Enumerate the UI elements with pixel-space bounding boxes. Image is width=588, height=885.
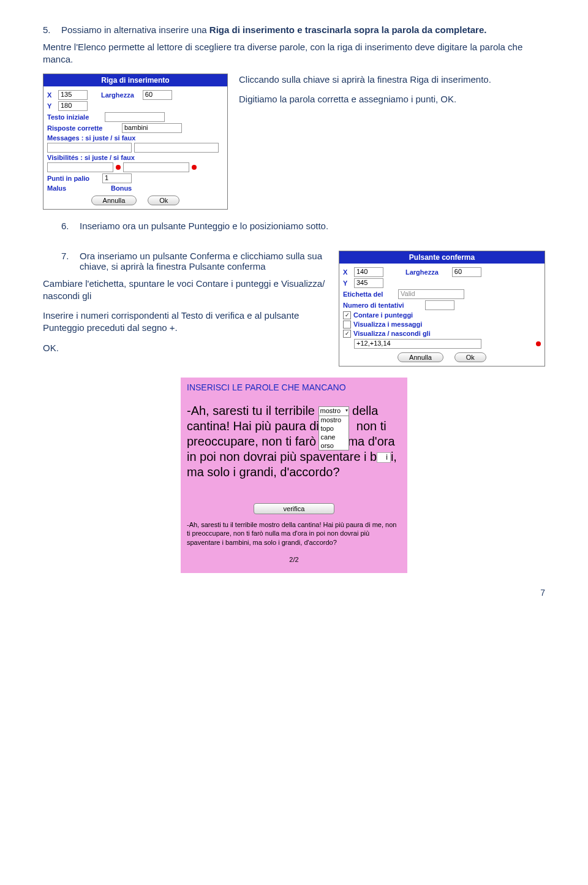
numero-input[interactable] <box>425 300 454 310</box>
malus-label: Malus <box>47 184 108 192</box>
etichetta-input[interactable]: Valid <box>398 289 464 299</box>
messages-label: Messages : si juste / si faux <box>47 134 135 142</box>
y-input[interactable]: 180 <box>58 101 88 111</box>
vis-faux-input[interactable] <box>123 162 189 172</box>
chevron-down-icon: ▾ <box>345 408 348 414</box>
contare-label: Contare i punteggi <box>353 311 413 319</box>
dialog-riga-inserimento: Riga di inserimento X 135 Larghezza 60 Y… <box>43 74 228 210</box>
exercise-panel: INSERISCI LE PAROLE CHE MANCANO -Ah, sar… <box>181 378 407 574</box>
combo-mostro[interactable]: mostro▾ mostro topo cane orso <box>318 406 349 416</box>
red-dot-icon <box>536 341 541 346</box>
y-label: Y <box>343 279 352 287</box>
punti-input[interactable]: 1 <box>102 173 132 183</box>
etichetta-label: Etichetta del <box>343 291 396 298</box>
verifica-button[interactable]: verifica <box>254 503 334 514</box>
vis-juste-input[interactable] <box>47 162 113 172</box>
exercise-text: -Ah, saresti tu il terribile mostro▾ mos… <box>187 403 401 480</box>
numero-label: Numero di tentativi <box>343 302 423 309</box>
ids-input[interactable]: +12,+13,14 <box>354 339 481 349</box>
fill-box[interactable]: i <box>377 452 391 463</box>
combo-option[interactable]: cane <box>319 433 349 442</box>
list-item-6: 6. Inseriamo ora un pulsante Punteggio e… <box>61 221 545 231</box>
visibilites-label: Visibilités : si juste / si faux <box>47 154 135 161</box>
checkbox-visualizza-nascondi[interactable]: ✓ <box>343 330 351 338</box>
y-label: Y <box>47 102 56 110</box>
page-number: 7 <box>43 588 545 598</box>
paragraph: Cambiare l'etichetta, spuntare le voci C… <box>43 278 328 303</box>
combo-option[interactable]: orso <box>319 442 349 450</box>
paragraph: Digitiamo la parola corretta e assegniam… <box>239 93 545 105</box>
checkbox-contare[interactable]: ✓ <box>343 311 351 319</box>
red-dot-icon <box>116 165 121 170</box>
list-item-5: 5. Possiamo in alternativa inserire una … <box>43 25 545 35</box>
larghezza-input[interactable]: 60 <box>143 90 172 100</box>
list-body: Inseriamo ora un pulsante Punteggio e lo… <box>80 221 545 231</box>
x-input[interactable]: 140 <box>354 267 383 277</box>
paragraph: Inserire i numeri corrispondenti al Test… <box>43 310 328 335</box>
combo-dropdown[interactable]: mostro topo cane orso <box>318 416 349 450</box>
ok-button[interactable]: Ok <box>148 196 179 205</box>
bonus-label: Bonus <box>111 184 132 192</box>
paragraph: OK. <box>43 342 328 354</box>
dialog-title: Pulsante conferma <box>339 251 545 264</box>
punti-label: Punti in palio <box>47 175 100 182</box>
testo-iniziale-label: Testo iniziale <box>47 113 102 121</box>
msg-faux-input[interactable] <box>134 143 219 153</box>
combo-option[interactable]: topo <box>319 425 349 433</box>
dialog-title: Riga di inserimento <box>43 74 227 86</box>
list-number: 6. <box>61 221 80 231</box>
pager: 2/2 <box>187 556 401 563</box>
visualizza-msg-label: Visualizza i messaggi <box>353 321 422 328</box>
msg-juste-input[interactable] <box>47 143 132 153</box>
text: Possiamo in alternativa inserire una <box>61 25 209 35</box>
list-number: 5. <box>43 25 61 35</box>
dialog-pulsante-conferma: Pulsante conferma X 140 Larghezza 60 Y 3… <box>339 251 545 367</box>
list-body: Possiamo in alternativa inserire una Rig… <box>61 25 545 35</box>
annulla-button[interactable]: Annulla <box>91 196 137 205</box>
combo-option[interactable]: mostro <box>319 416 349 425</box>
list-body: Ora inseriamo un pulsante Conferma e cli… <box>80 251 328 272</box>
paragraph: Cliccando sulla chiave si aprirà la fine… <box>239 74 545 86</box>
text: -Ah, saresti tu il terribile <box>187 404 318 417</box>
x-input[interactable]: 135 <box>58 90 88 100</box>
risposte-label: Risposte corrette <box>47 124 119 132</box>
testo-iniziale-input[interactable] <box>105 112 165 122</box>
exercise-answer: -Ah, saresti tu il terribile mostro dell… <box>187 520 401 548</box>
checkbox-visualizza-msg[interactable] <box>343 321 351 329</box>
annulla-button[interactable]: Annulla <box>398 352 443 362</box>
paragraph: Mentre l'Elenco permette al lettore di s… <box>43 41 545 66</box>
exercise-header: INSERISCI LE PAROLE CHE MANCANO <box>187 382 401 392</box>
x-label: X <box>343 268 352 276</box>
list-item-7: 7. Ora inseriamo un pulsante Conferma e … <box>61 251 328 272</box>
y-input[interactable]: 345 <box>354 278 383 288</box>
larghezza-label: Larghezza <box>101 91 134 99</box>
list-number: 7. <box>61 251 80 272</box>
visualizza-nascondi-label: Visualizza / nascondi gli <box>353 330 431 337</box>
larghezza-label: Larghezza <box>405 268 439 276</box>
red-dot-icon <box>192 165 197 170</box>
larghezza-input[interactable]: 60 <box>452 267 481 277</box>
x-label: X <box>47 91 56 99</box>
text-bold: Riga di inserimento e trascinarla sopra … <box>209 25 487 35</box>
ok-button[interactable]: Ok <box>454 352 486 362</box>
risposte-input[interactable]: bambini <box>122 123 182 133</box>
